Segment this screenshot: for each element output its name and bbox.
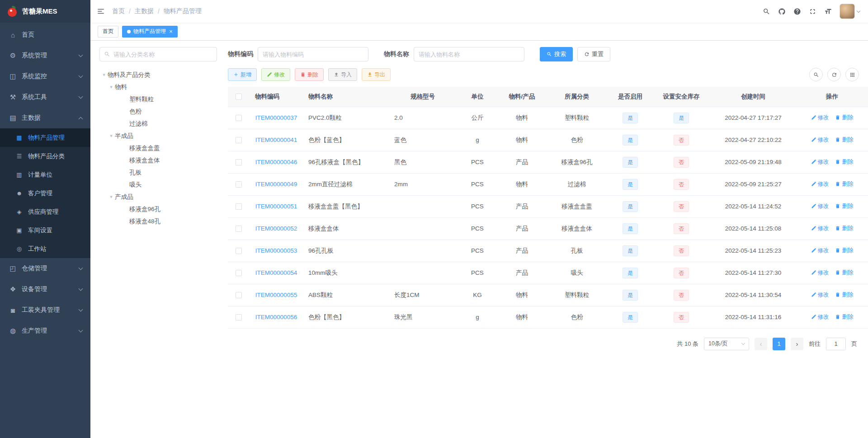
column-header[interactable]: 操作 xyxy=(796,87,868,107)
row-delete-link[interactable]: 删除 xyxy=(835,180,853,188)
breadcrumb-item[interactable]: 物料产品管理 / xyxy=(164,7,202,15)
toggle-search-button[interactable] xyxy=(809,68,823,81)
row-delete-link[interactable]: 删除 xyxy=(835,225,853,232)
add-button[interactable]: 新增 xyxy=(228,68,257,81)
tree-node[interactable]: 移液盒盒体 xyxy=(99,154,217,166)
tree-node[interactable]: ▾ 产成品 xyxy=(99,191,217,203)
row-edit-link[interactable]: 修改 xyxy=(811,313,829,321)
item-code-link[interactable]: ITEM00000037 xyxy=(255,114,297,121)
column-header[interactable]: 物料名称 xyxy=(303,87,389,107)
row-delete-link[interactable]: 删除 xyxy=(835,269,853,277)
row-checkbox[interactable] xyxy=(236,137,242,143)
export-button[interactable]: 导出 xyxy=(362,68,391,81)
reset-button[interactable]: 重置 xyxy=(577,47,610,61)
sidebar-item[interactable]: ▤ 主数据 xyxy=(0,108,90,128)
column-header[interactable]: 物料/产品 xyxy=(498,87,546,107)
item-code-link[interactable]: ITEM00000051 xyxy=(255,203,297,210)
row-delete-link[interactable]: 删除 xyxy=(835,114,853,122)
column-header[interactable]: 所属分类 xyxy=(546,87,608,107)
sidebar-item[interactable]: ☻ 客户管理 xyxy=(0,184,90,203)
tree-caret-icon[interactable]: ▾ xyxy=(100,72,108,78)
row-delete-link[interactable]: 删除 xyxy=(835,158,853,166)
sidebar-item[interactable]: ◰ 仓储管理 xyxy=(0,258,90,279)
tab-close-icon[interactable]: × xyxy=(169,28,173,34)
sidebar-item[interactable]: ◙ 工装夹具管理 xyxy=(0,300,90,320)
sidebar-item[interactable]: ⚒ 系统工具 xyxy=(0,87,90,108)
row-checkbox[interactable] xyxy=(236,181,242,188)
tab[interactable]: 物料产品管理 × xyxy=(122,26,178,38)
row-edit-link[interactable]: 修改 xyxy=(811,136,829,144)
row-checkbox[interactable] xyxy=(236,314,242,320)
sidebar-item[interactable]: ▦ 物料产品管理 xyxy=(0,128,90,147)
sidebar-item[interactable]: ◎ 工作站 xyxy=(0,240,90,258)
row-checkbox[interactable] xyxy=(236,292,242,298)
item-code-link[interactable]: ITEM00000055 xyxy=(255,292,297,298)
row-checkbox[interactable] xyxy=(236,159,242,165)
item-code-link[interactable]: ITEM00000052 xyxy=(255,225,297,232)
refresh-button[interactable] xyxy=(827,68,841,81)
sidebar-item[interactable]: ☰ 物料产品分类 xyxy=(0,147,90,165)
sidebar-toggle-icon[interactable] xyxy=(97,7,105,15)
row-delete-link[interactable]: 删除 xyxy=(835,313,853,321)
row-checkbox[interactable] xyxy=(236,270,242,276)
user-menu[interactable] xyxy=(840,4,860,19)
column-header[interactable]: 物料编码 xyxy=(250,87,303,107)
sidebar-item[interactable]: ❖ 设备管理 xyxy=(0,279,90,300)
tree-node[interactable]: 移液盒盒盖 xyxy=(99,142,217,154)
breadcrumb-item[interactable]: 首页 / xyxy=(112,7,135,15)
item-code-link[interactable]: ITEM00000046 xyxy=(255,159,297,165)
row-edit-link[interactable]: 修改 xyxy=(811,203,829,210)
tree-node[interactable]: 吸头 xyxy=(99,179,217,191)
row-edit-link[interactable]: 修改 xyxy=(811,291,829,299)
row-edit-link[interactable]: 修改 xyxy=(811,225,829,232)
row-edit-link[interactable]: 修改 xyxy=(811,247,829,254)
item-code-link[interactable]: ITEM00000049 xyxy=(255,181,297,188)
tree-node[interactable]: 移液盒48孔 xyxy=(99,215,217,227)
avatar[interactable] xyxy=(840,4,855,19)
sidebar-item[interactable]: ◍ 生产管理 xyxy=(0,320,90,341)
question-icon[interactable] xyxy=(793,8,801,15)
column-header[interactable]: 创建时间 xyxy=(710,87,796,107)
tree-node[interactable]: 塑料颗粒 xyxy=(99,93,217,105)
row-edit-link[interactable]: 修改 xyxy=(811,269,829,277)
tree-caret-icon[interactable]: ▾ xyxy=(108,133,115,139)
import-button[interactable]: 导入 xyxy=(328,68,357,81)
row-delete-link[interactable]: 删除 xyxy=(835,136,853,144)
prev-page-button[interactable]: ‹ xyxy=(755,338,767,350)
tab[interactable]: 首页 xyxy=(98,26,118,38)
row-edit-link[interactable]: 修改 xyxy=(811,114,829,122)
next-page-button[interactable]: › xyxy=(791,338,803,350)
goto-page-input[interactable] xyxy=(826,338,846,350)
column-header[interactable]: 是否启用 xyxy=(608,87,652,107)
breadcrumb-item[interactable]: 主数据 / xyxy=(135,7,164,15)
column-settings-button[interactable] xyxy=(845,68,859,81)
row-edit-link[interactable]: 修改 xyxy=(811,158,829,166)
edit-button[interactable]: 修改 xyxy=(261,68,290,81)
column-header[interactable]: 规格型号 xyxy=(389,87,457,107)
tree-node[interactable]: 孔板 xyxy=(99,166,217,179)
tree-caret-icon[interactable]: ▾ xyxy=(108,194,115,200)
material-code-input[interactable] xyxy=(258,47,368,61)
row-checkbox[interactable] xyxy=(236,203,242,210)
sidebar-item[interactable]: ◈ 供应商管理 xyxy=(0,203,90,221)
sidebar-item[interactable]: ◫ 系统监控 xyxy=(0,66,90,87)
tree-node[interactable]: ▾ 物料及产品分类 xyxy=(99,69,217,81)
select-all-checkbox[interactable] xyxy=(236,94,242,100)
tree-node[interactable]: 色粉 xyxy=(99,105,217,118)
page-number-button[interactable]: 1 xyxy=(773,338,785,350)
sidebar-item[interactable]: ⌂ 首页 xyxy=(0,24,90,45)
row-delete-link[interactable]: 删除 xyxy=(835,291,853,299)
search-button[interactable]: 搜索 xyxy=(540,47,573,61)
category-search-input[interactable] xyxy=(99,47,217,61)
material-name-input[interactable] xyxy=(414,47,524,61)
tree-node[interactable]: 移液盒96孔 xyxy=(99,203,217,215)
tree-caret-icon[interactable]: ▾ xyxy=(108,84,115,90)
search-icon[interactable] xyxy=(763,8,770,15)
font-size-icon[interactable] xyxy=(824,8,832,15)
fullscreen-icon[interactable] xyxy=(809,8,816,15)
column-header[interactable]: 单位 xyxy=(457,87,498,107)
item-code-link[interactable]: ITEM00000056 xyxy=(255,314,297,320)
item-code-link[interactable]: ITEM00000041 xyxy=(255,137,297,143)
tree-node[interactable]: ▾ 物料 xyxy=(99,81,217,93)
delete-button[interactable]: 删除 xyxy=(295,68,324,81)
